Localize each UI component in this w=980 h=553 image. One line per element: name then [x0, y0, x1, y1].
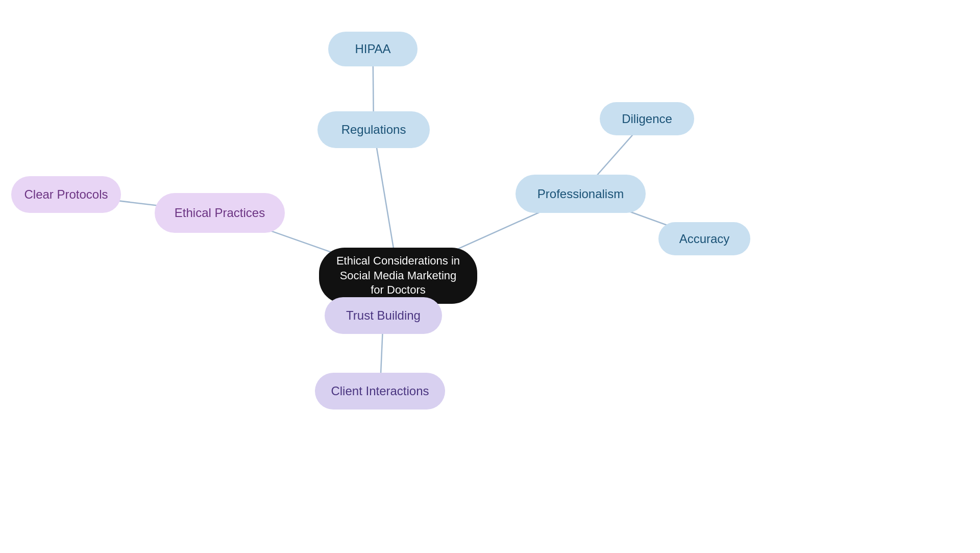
hipaa-label: HIPAA	[355, 42, 390, 56]
diligence-label: Diligence	[622, 112, 672, 126]
diligence-node[interactable]: Diligence	[600, 102, 694, 135]
hipaa-node[interactable]: HIPAA	[328, 32, 418, 66]
center-label: Ethical Considerations in Social Media M…	[332, 254, 464, 298]
ethical-practices-node[interactable]: Ethical Practices	[155, 193, 285, 233]
center-node[interactable]: Ethical Considerations in Social Media M…	[319, 248, 477, 304]
accuracy-node[interactable]: Accuracy	[658, 222, 750, 255]
professionalism-label: Professionalism	[537, 187, 624, 201]
client-interactions-node[interactable]: Client Interactions	[315, 373, 445, 410]
clear-protocols-node[interactable]: Clear Protocols	[11, 176, 121, 213]
trust-building-node[interactable]: Trust Building	[325, 297, 442, 334]
ethical-practices-label: Ethical Practices	[175, 206, 265, 220]
client-interactions-label: Client Interactions	[331, 384, 429, 398]
connections-svg	[0, 0, 980, 553]
regulations-label: Regulations	[341, 123, 406, 137]
clear-protocols-label: Clear Protocols	[24, 187, 108, 202]
professionalism-node[interactable]: Professionalism	[516, 175, 646, 213]
trust-building-label: Trust Building	[346, 308, 421, 323]
regulations-node[interactable]: Regulations	[317, 111, 430, 148]
accuracy-label: Accuracy	[679, 232, 730, 246]
